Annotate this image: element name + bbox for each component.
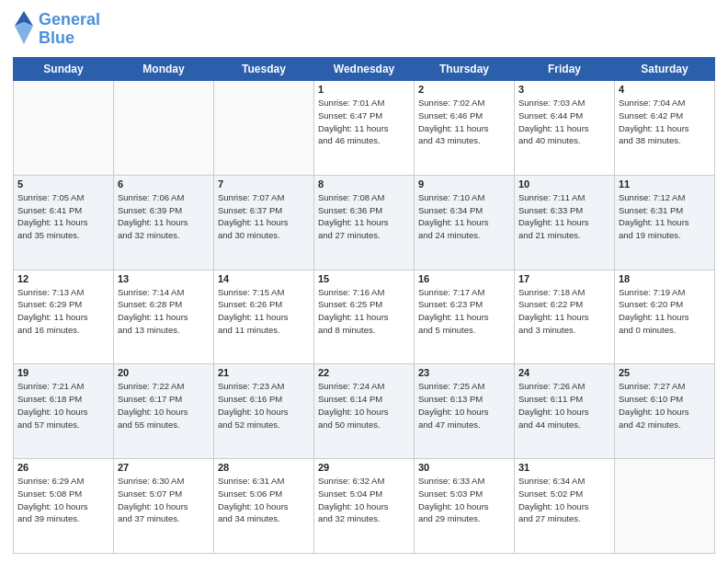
day-cell: 3Sunrise: 7:03 AM Sunset: 6:44 PM Daylig… — [515, 81, 615, 176]
svg-marker-1 — [15, 22, 33, 44]
day-cell: 16Sunrise: 7:17 AM Sunset: 6:23 PM Dayli… — [415, 270, 515, 364]
logo-text-general: General — [39, 11, 100, 29]
logo: General Blue — [13, 9, 100, 50]
day-cell: 20Sunrise: 7:22 AM Sunset: 6:17 PM Dayli… — [114, 364, 214, 459]
day-number: 3 — [518, 84, 610, 95]
day-cell: 13Sunrise: 7:14 AM Sunset: 6:28 PM Dayli… — [114, 270, 214, 364]
day-number: 18 — [619, 273, 711, 284]
day-number: 17 — [518, 273, 610, 284]
day-info: Sunrise: 7:03 AM Sunset: 6:44 PM Dayligh… — [518, 97, 610, 147]
day-number: 8 — [318, 178, 410, 190]
day-number: 27 — [118, 462, 210, 473]
day-number: 30 — [418, 462, 510, 473]
logo-text-blue: Blue — [39, 29, 100, 48]
day-number: 21 — [218, 367, 310, 378]
day-info: Sunrise: 7:21 AM Sunset: 6:18 PM Dayligh… — [17, 380, 109, 431]
day-info: Sunrise: 6:34 AM Sunset: 5:02 PM Dayligh… — [518, 475, 610, 525]
day-number: 12 — [17, 273, 109, 284]
day-number: 10 — [518, 178, 610, 190]
day-info: Sunrise: 7:07 AM Sunset: 6:37 PM Dayligh… — [218, 191, 310, 242]
day-info: Sunrise: 6:30 AM Sunset: 5:07 PM Dayligh… — [118, 475, 210, 525]
calendar-table: SundayMondayTuesdayWednesdayThursdayFrid… — [13, 57, 715, 554]
day-info: Sunrise: 7:27 AM Sunset: 6:10 PM Dayligh… — [619, 380, 711, 431]
day-cell: 7Sunrise: 7:07 AM Sunset: 6:37 PM Daylig… — [214, 175, 314, 270]
weekday-sunday: Sunday — [14, 58, 114, 81]
day-info: Sunrise: 7:14 AM Sunset: 6:28 PM Dayligh… — [118, 286, 210, 337]
day-cell: 1Sunrise: 7:01 AM Sunset: 6:47 PM Daylig… — [314, 81, 415, 176]
day-info: Sunrise: 6:33 AM Sunset: 5:03 PM Dayligh… — [418, 475, 510, 525]
day-info: Sunrise: 7:19 AM Sunset: 6:20 PM Dayligh… — [619, 286, 711, 337]
day-cell: 31Sunrise: 6:34 AM Sunset: 5:02 PM Dayli… — [515, 459, 615, 554]
day-number: 31 — [518, 462, 610, 473]
week-row-0: 1Sunrise: 7:01 AM Sunset: 6:47 PM Daylig… — [14, 81, 715, 176]
day-info: Sunrise: 7:16 AM Sunset: 6:25 PM Dayligh… — [318, 286, 410, 337]
day-info: Sunrise: 7:11 AM Sunset: 6:33 PM Dayligh… — [518, 191, 610, 242]
week-row-2: 12Sunrise: 7:13 AM Sunset: 6:29 PM Dayli… — [14, 270, 715, 364]
day-cell: 5Sunrise: 7:05 AM Sunset: 6:41 PM Daylig… — [14, 175, 114, 270]
day-cell: 17Sunrise: 7:18 AM Sunset: 6:22 PM Dayli… — [515, 270, 615, 364]
day-number: 2 — [418, 84, 510, 95]
day-cell: 22Sunrise: 7:24 AM Sunset: 6:14 PM Dayli… — [314, 364, 415, 459]
day-number: 16 — [418, 273, 510, 284]
day-info: Sunrise: 7:05 AM Sunset: 6:41 PM Dayligh… — [17, 191, 109, 242]
day-info: Sunrise: 7:24 AM Sunset: 6:14 PM Dayligh… — [318, 380, 410, 431]
day-info: Sunrise: 7:13 AM Sunset: 6:29 PM Dayligh… — [17, 286, 109, 337]
header: General Blue — [13, 9, 715, 50]
weekday-friday: Friday — [515, 58, 615, 81]
day-number: 5 — [17, 178, 109, 190]
day-number: 11 — [619, 178, 711, 190]
day-cell: 14Sunrise: 7:15 AM Sunset: 6:26 PM Dayli… — [214, 270, 314, 364]
day-cell: 21Sunrise: 7:23 AM Sunset: 6:16 PM Dayli… — [214, 364, 314, 459]
day-info: Sunrise: 7:25 AM Sunset: 6:13 PM Dayligh… — [418, 380, 510, 431]
day-number: 26 — [17, 462, 109, 473]
weekday-tuesday: Tuesday — [214, 58, 314, 81]
day-cell: 25Sunrise: 7:27 AM Sunset: 6:10 PM Dayli… — [615, 364, 715, 459]
day-cell: 4Sunrise: 7:04 AM Sunset: 6:42 PM Daylig… — [615, 81, 715, 176]
week-row-1: 5Sunrise: 7:05 AM Sunset: 6:41 PM Daylig… — [14, 175, 715, 270]
day-number: 4 — [619, 84, 711, 95]
day-info: Sunrise: 7:06 AM Sunset: 6:39 PM Dayligh… — [118, 191, 210, 242]
weekday-monday: Monday — [114, 58, 214, 81]
day-cell: 10Sunrise: 7:11 AM Sunset: 6:33 PM Dayli… — [515, 175, 615, 270]
day-info: Sunrise: 7:17 AM Sunset: 6:23 PM Dayligh… — [418, 286, 510, 337]
day-cell: 24Sunrise: 7:26 AM Sunset: 6:11 PM Dayli… — [515, 364, 615, 459]
day-number: 13 — [118, 273, 210, 284]
day-info: Sunrise: 7:18 AM Sunset: 6:22 PM Dayligh… — [518, 286, 610, 337]
day-number: 25 — [619, 367, 711, 378]
day-info: Sunrise: 7:08 AM Sunset: 6:36 PM Dayligh… — [318, 191, 410, 242]
day-cell: 8Sunrise: 7:08 AM Sunset: 6:36 PM Daylig… — [314, 175, 415, 270]
day-number: 24 — [518, 367, 610, 378]
week-row-3: 19Sunrise: 7:21 AM Sunset: 6:18 PM Dayli… — [14, 364, 715, 459]
day-cell — [114, 81, 214, 176]
day-info: Sunrise: 7:15 AM Sunset: 6:26 PM Dayligh… — [218, 286, 310, 337]
day-info: Sunrise: 6:31 AM Sunset: 5:06 PM Dayligh… — [218, 475, 310, 525]
day-cell: 11Sunrise: 7:12 AM Sunset: 6:31 PM Dayli… — [615, 175, 715, 270]
day-cell: 9Sunrise: 7:10 AM Sunset: 6:34 PM Daylig… — [415, 175, 515, 270]
day-cell: 15Sunrise: 7:16 AM Sunset: 6:25 PM Dayli… — [314, 270, 415, 364]
day-number: 9 — [418, 178, 510, 190]
logo-icon — [13, 9, 35, 46]
day-cell: 6Sunrise: 7:06 AM Sunset: 6:39 PM Daylig… — [114, 175, 214, 270]
page: General Blue SundayMondayTuesdayWednesda… — [0, 0, 728, 563]
day-number: 6 — [118, 178, 210, 190]
day-cell: 19Sunrise: 7:21 AM Sunset: 6:18 PM Dayli… — [14, 364, 114, 459]
day-number: 22 — [318, 367, 410, 378]
day-number: 19 — [17, 367, 109, 378]
day-cell: 30Sunrise: 6:33 AM Sunset: 5:03 PM Dayli… — [415, 459, 515, 554]
day-cell — [615, 459, 715, 554]
day-info: Sunrise: 7:04 AM Sunset: 6:42 PM Dayligh… — [619, 97, 711, 147]
day-cell: 2Sunrise: 7:02 AM Sunset: 6:46 PM Daylig… — [415, 81, 515, 176]
day-cell: 12Sunrise: 7:13 AM Sunset: 6:29 PM Dayli… — [14, 270, 114, 364]
day-cell: 29Sunrise: 6:32 AM Sunset: 5:04 PM Dayli… — [314, 459, 415, 554]
weekday-header-row: SundayMondayTuesdayWednesdayThursdayFrid… — [14, 58, 715, 81]
day-cell: 28Sunrise: 6:31 AM Sunset: 5:06 PM Dayli… — [214, 459, 314, 554]
day-number: 28 — [218, 462, 310, 473]
day-cell: 23Sunrise: 7:25 AM Sunset: 6:13 PM Dayli… — [415, 364, 515, 459]
day-number: 23 — [418, 367, 510, 378]
day-info: Sunrise: 7:26 AM Sunset: 6:11 PM Dayligh… — [518, 380, 610, 431]
day-number: 1 — [318, 84, 410, 95]
day-number: 7 — [218, 178, 310, 190]
day-number: 14 — [218, 273, 310, 284]
day-cell: 27Sunrise: 6:30 AM Sunset: 5:07 PM Dayli… — [114, 459, 214, 554]
day-info: Sunrise: 6:29 AM Sunset: 5:08 PM Dayligh… — [17, 475, 109, 525]
